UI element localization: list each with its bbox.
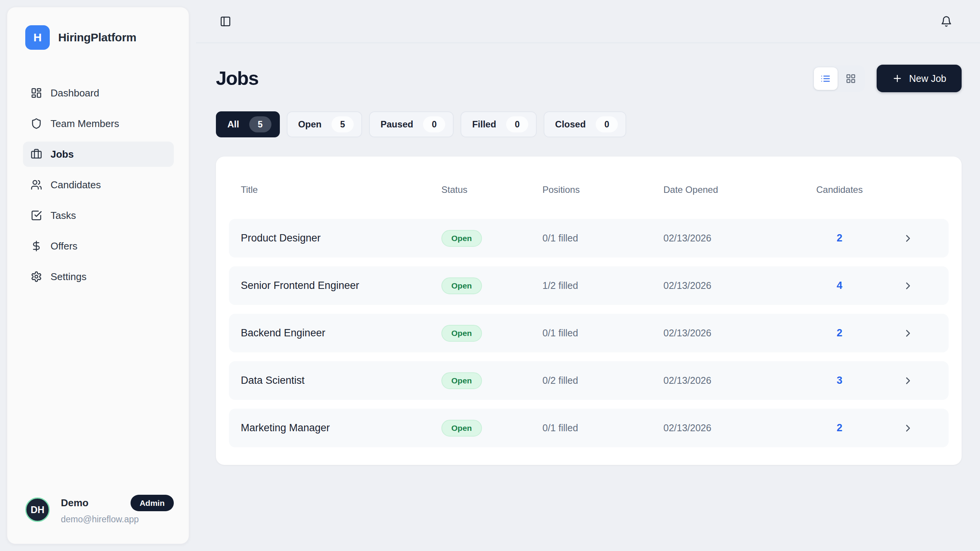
job-positions: 0/2 filled [542,375,663,386]
sidebar-item-label: Candidates [51,179,101,191]
filter-tab-filled[interactable]: Filled 0 [461,111,537,137]
dollar-icon [31,240,42,252]
filter-tab-paused[interactable]: Paused 0 [369,111,454,137]
brand: H HiringPlatform [7,7,189,50]
filter-tab-count: 0 [596,116,618,132]
filter-tab-count: 5 [249,116,271,132]
sidebar-item-dashboard[interactable]: Dashboard [23,80,174,106]
sidebar-item-settings[interactable]: Settings [23,264,174,289]
column-header-candidates: Candidates [805,184,874,195]
column-header-status: Status [441,184,542,195]
sidebar-item-label: Dashboard [51,87,99,99]
page-header: Jobs [216,65,962,92]
job-title: Data Scientist [241,375,441,386]
job-status-cell: Open [441,230,542,247]
avatar: DH [25,497,50,522]
job-status-cell: Open [441,277,542,294]
sidebar-item-jobs[interactable]: Jobs [23,142,174,167]
sidebar-item-team-members[interactable]: Team Members [23,111,174,136]
page-title: Jobs [216,67,258,90]
job-candidates-count[interactable]: 3 [805,375,874,386]
job-positions: 0/1 filled [542,328,663,339]
job-date-opened: 02/13/2026 [663,233,805,244]
job-date-opened: 02/13/2026 [663,328,805,339]
filter-tabs: All 5 Open 5 Paused 0 Filled 0 Closed 0 [216,111,962,137]
gear-icon [31,271,42,282]
chevron-right-icon[interactable] [902,280,914,292]
list-view-button[interactable] [814,67,838,90]
filter-tab-open[interactable]: Open 5 [287,111,362,137]
topbar [196,0,980,43]
column-header-positions: Positions [542,184,663,195]
table-row[interactable]: Marketing Manager Open 0/1 filled 02/13/… [229,409,949,447]
main-area: Jobs [196,0,980,551]
filter-tab-all[interactable]: All 5 [216,111,280,137]
role-badge: Admin [131,495,174,511]
filter-tab-count: 0 [423,116,445,132]
sidebar-item-offers[interactable]: Offers [23,233,174,259]
job-candidates-count[interactable]: 4 [805,280,874,292]
chevron-right-icon[interactable] [902,375,914,386]
job-candidates-count[interactable]: 2 [805,327,874,339]
status-badge: Open [441,420,482,437]
header-actions: New Job [812,65,962,92]
job-title: Product Designer [241,232,441,244]
view-toggle [812,65,865,92]
sidebar-item-candidates[interactable]: Candidates [23,172,174,197]
status-badge: Open [441,325,482,342]
notifications-button[interactable] [941,16,952,27]
sidebar-item-label: Settings [51,271,87,283]
jobs-table-card: Title Status Positions Date Opened Candi… [216,156,962,465]
new-job-button[interactable]: New Job [877,65,962,92]
filter-tab-count: 5 [332,116,354,132]
status-badge: Open [441,372,482,389]
table-row[interactable]: Senior Frontend Engineer Open 1/2 filled… [229,266,949,305]
table-row[interactable]: Backend Engineer Open 0/1 filled 02/13/2… [229,314,949,352]
bell-icon [941,16,952,27]
filter-tab-label: All [227,119,239,130]
chevron-right-icon[interactable] [902,233,914,244]
app-title: HiringPlatform [58,31,136,44]
job-status-cell: Open [441,420,542,437]
table-header: Title Status Positions Date Opened Candi… [229,173,949,206]
table-body: Product Designer Open 0/1 filled 02/13/2… [229,219,949,447]
filter-tab-label: Paused [381,119,413,130]
user-info: Demo Admin demo@hireflow.app [61,495,174,525]
job-candidates-count[interactable]: 2 [805,232,874,244]
table-row[interactable]: Data Scientist Open 0/2 filled 02/13/202… [229,361,949,400]
sidebar-item-label: Team Members [51,118,119,130]
job-status-cell: Open [441,372,542,389]
job-title: Marketing Manager [241,422,441,434]
job-positions: 0/1 filled [542,233,663,244]
filter-tab-count: 0 [506,116,528,132]
content: Jobs [196,43,980,465]
user-card[interactable]: DH Demo Admin demo@hireflow.app [25,495,174,525]
job-date-opened: 02/13/2026 [663,280,805,291]
sidebar-toggle-button[interactable] [220,16,231,27]
job-status-cell: Open [441,325,542,342]
filter-tab-closed[interactable]: Closed 0 [544,111,626,137]
job-date-opened: 02/13/2026 [663,375,805,386]
new-job-label: New Job [909,73,946,84]
dashboard-icon [31,87,42,99]
user-email: demo@hireflow.app [61,514,174,525]
filter-tab-label: Filled [472,119,496,130]
chevron-right-icon[interactable] [902,422,914,434]
sidebar-nav: Dashboard Team Members Jobs Candidates T… [7,80,189,289]
shield-icon [31,118,42,129]
sidebar-item-label: Tasks [51,210,76,222]
grid-view-button[interactable] [839,67,863,90]
task-check-icon [31,210,42,221]
filter-tab-label: Closed [555,119,586,130]
table-row[interactable]: Product Designer Open 0/1 filled 02/13/2… [229,219,949,258]
job-positions: 0/1 filled [542,422,663,434]
status-badge: Open [441,230,482,247]
briefcase-icon [31,148,42,160]
job-candidates-count[interactable]: 2 [805,422,874,434]
status-badge: Open [441,277,482,294]
chevron-right-icon[interactable] [902,328,914,339]
sidebar-item-tasks[interactable]: Tasks [23,203,174,228]
job-date-opened: 02/13/2026 [663,422,805,434]
job-title: Backend Engineer [241,327,441,339]
plus-icon [892,73,903,84]
